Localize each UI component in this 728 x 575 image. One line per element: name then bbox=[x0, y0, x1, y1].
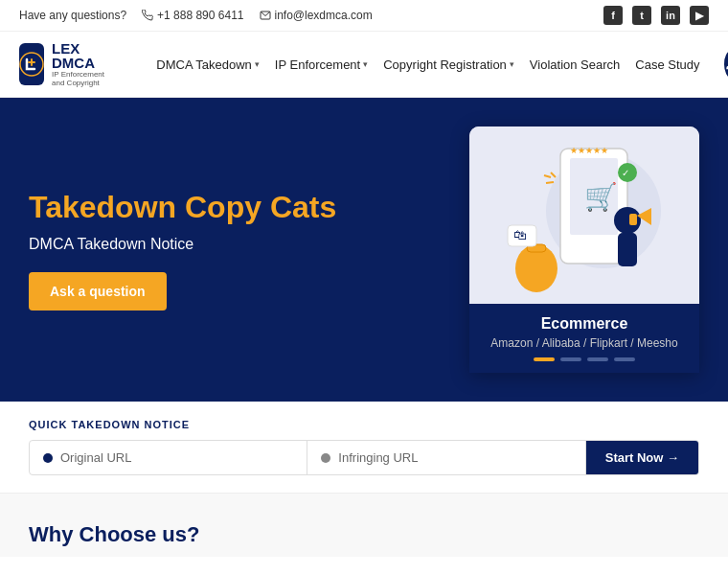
why-title: Why Choose us? bbox=[29, 522, 699, 547]
hero-content: Takedown Copy Cats DMCA Takedown Notice … bbox=[29, 189, 450, 310]
original-dot bbox=[43, 453, 53, 463]
svg-rect-13 bbox=[618, 233, 637, 266]
card-title: Ecommerce bbox=[485, 315, 684, 333]
infringing-dot bbox=[321, 453, 330, 463]
youtube-icon[interactable]: ▶ bbox=[690, 6, 709, 25]
svg-line-18 bbox=[551, 172, 556, 177]
brand-name: LEX DMCA bbox=[52, 41, 112, 70]
question-text: Have any questions? bbox=[19, 9, 126, 22]
ask-question-button[interactable]: Ask a question bbox=[29, 272, 167, 310]
logo[interactable]: LEX DMCA IP Enforcement and Copyright bbox=[19, 41, 112, 87]
dot-3[interactable] bbox=[587, 357, 608, 361]
chevron-down-icon: ▾ bbox=[363, 59, 368, 69]
contact-info: Have any questions? +1 888 890 6411 info… bbox=[19, 9, 373, 22]
chevron-down-icon: ▾ bbox=[510, 59, 514, 69]
nav-copyright-registration[interactable]: Copyright Registration ▾ bbox=[377, 54, 520, 76]
svg-line-20 bbox=[546, 182, 554, 183]
dot-1[interactable] bbox=[534, 357, 555, 361]
twitter-icon[interactable]: t bbox=[632, 6, 651, 25]
original-url-field[interactable]: Original URL bbox=[30, 441, 307, 474]
hero-subtitle: DMCA Takedown Notice bbox=[29, 236, 450, 253]
user-icon[interactable] bbox=[724, 51, 728, 78]
quick-takedown-section: QUICK TAKEDOWN NOTICE Original URL Infri… bbox=[0, 402, 728, 494]
top-bar: Have any questions? +1 888 890 6411 info… bbox=[0, 0, 728, 32]
hero-card: 🛒 ★★★★★ ✓ 🛍 bbox=[469, 126, 699, 373]
dot-4[interactable] bbox=[614, 357, 635, 361]
svg-text:✓: ✓ bbox=[622, 168, 629, 178]
card-subtitle: Amazon / Alibaba / Flipkart / Meesho bbox=[485, 336, 684, 350]
email-link[interactable]: info@lexdmca.com bbox=[260, 9, 373, 22]
nav-case-study[interactable]: Case Study bbox=[629, 54, 705, 76]
dot-2[interactable] bbox=[560, 357, 581, 361]
nav-ip-enforcement[interactable]: IP Enforcement ▾ bbox=[269, 54, 374, 76]
nav-violation-search[interactable]: Violation Search bbox=[524, 54, 626, 76]
infringing-url-field[interactable]: Infringing URL bbox=[307, 441, 585, 474]
svg-text:🛍: 🛍 bbox=[513, 227, 527, 242]
chevron-down-icon: ▾ bbox=[255, 59, 260, 69]
hero-card-footer: Ecommerce Amazon / Alibaba / Flipkart / … bbox=[469, 304, 699, 373]
logo-text: LEX DMCA IP Enforcement and Copyright bbox=[52, 41, 112, 87]
linkedin-icon[interactable]: in bbox=[661, 6, 680, 25]
start-now-button[interactable]: Start Now → bbox=[586, 441, 698, 474]
facebook-icon[interactable]: f bbox=[603, 6, 623, 25]
quick-form: Original URL Infringing URL Start Now → bbox=[29, 440, 699, 475]
nav-links: DMCA Takedown ▾ IP Enforcement ▾ Copyrig… bbox=[150, 54, 705, 76]
hero-dots bbox=[485, 357, 684, 361]
hero-section: Takedown Copy Cats DMCA Takedown Notice … bbox=[0, 98, 728, 402]
svg-text:🛒: 🛒 bbox=[584, 181, 618, 213]
navbar: LEX DMCA IP Enforcement and Copyright DM… bbox=[0, 32, 728, 98]
logo-icon bbox=[19, 43, 44, 85]
brand-sub: IP Enforcement and Copyright bbox=[52, 70, 112, 87]
phone-link[interactable]: +1 888 890 6411 bbox=[142, 9, 243, 22]
original-url-placeholder: Original URL bbox=[60, 450, 131, 465]
why-section: Why Choose us? bbox=[0, 494, 728, 557]
infringing-url-placeholder: Infringing URL bbox=[338, 450, 418, 465]
svg-text:★★★★★: ★★★★★ bbox=[570, 146, 608, 155]
svg-line-19 bbox=[544, 175, 551, 177]
hero-card-image: 🛒 ★★★★★ ✓ 🛍 bbox=[469, 126, 699, 304]
quick-label: QUICK TAKEDOWN NOTICE bbox=[29, 419, 699, 430]
nav-dmca-takedown[interactable]: DMCA Takedown ▾ bbox=[150, 54, 264, 76]
hero-title: Takedown Copy Cats bbox=[29, 189, 450, 225]
social-links: f t in ▶ bbox=[603, 6, 709, 25]
svg-rect-15 bbox=[629, 214, 637, 225]
